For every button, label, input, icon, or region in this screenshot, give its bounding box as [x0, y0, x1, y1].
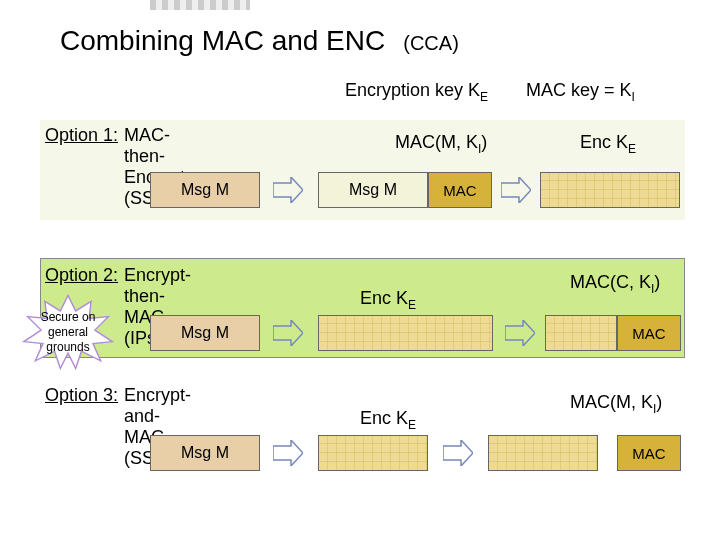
decor-stripe	[150, 0, 250, 10]
o2-msg-m: Msg M	[150, 315, 260, 351]
option2-label: Option 2: Encrypt-then-MAC (IPsec)	[45, 265, 118, 286]
o3-msg-m: Msg M	[150, 435, 260, 471]
o2-mac-tag: MAC	[617, 315, 681, 351]
option1-label: Option 1: MAC-then-Encrypt (SSL)	[45, 125, 118, 146]
o1-encke-label: Enc KE	[580, 132, 636, 156]
o2-maccki-label: MAC(C, KI)	[570, 272, 660, 296]
title-row: Combining MAC and ENC (CCA)	[60, 25, 459, 57]
o3-cipher	[318, 435, 428, 471]
secure-star-badge: Secure on general grounds	[20, 293, 116, 371]
o3-mac-tag: MAC	[617, 435, 681, 471]
enc-key-label: Encryption key KE	[345, 80, 488, 104]
o1-msg-m-1: Msg M	[150, 172, 260, 208]
o2-encke-label: Enc KE	[360, 288, 416, 312]
keys-row: Encryption key KE MAC key = KI	[345, 80, 635, 104]
o1-cipher-out	[540, 172, 680, 208]
arrow-icon	[443, 440, 473, 466]
arrow-icon	[501, 177, 531, 203]
o1-macmki-label: MAC(M, KI)	[395, 132, 487, 156]
o3-encke-label: Enc KE	[360, 408, 416, 432]
arrow-icon	[505, 320, 535, 346]
arrow-icon	[273, 320, 303, 346]
o2-cipher-2	[545, 315, 617, 351]
option3-label: Option 3: Encrypt-and-MAC (SSH)	[45, 385, 118, 406]
mac-key-label: MAC key = KI	[526, 80, 635, 104]
o3-cipher-2	[488, 435, 598, 471]
page-title: Combining MAC and ENC	[60, 25, 385, 57]
arrow-icon	[273, 440, 303, 466]
o2-cipher	[318, 315, 493, 351]
secure-star-text: Secure on general grounds	[20, 310, 116, 355]
cca-label: (CCA)	[403, 32, 459, 55]
o1-mac-tag: MAC	[428, 172, 492, 208]
arrow-icon	[273, 177, 303, 203]
o1-msg-m-2: Msg M	[318, 172, 428, 208]
o3-macmki-label: MAC(M, KI)	[570, 392, 662, 416]
